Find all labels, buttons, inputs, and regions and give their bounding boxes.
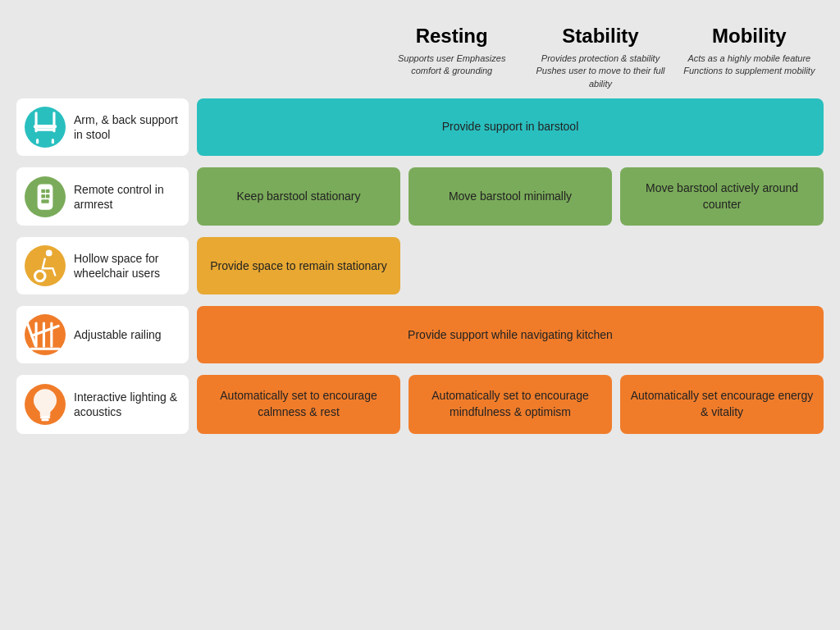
header-subtitle-1: Provides protection & stability Pushes u… [534, 52, 666, 90]
chair-icon [25, 107, 66, 148]
row-label-0: Arm, & back support in stool [16, 98, 189, 156]
data-row-1: Remote control in armrestKeep barstool s… [16, 167, 824, 226]
remote-icon [25, 176, 66, 217]
data-row-3: Adjustable railingProvide support while … [16, 306, 824, 363]
svg-rect-21 [41, 418, 48, 421]
row-label-4: Interactive lighting & acoustics [16, 375, 189, 433]
wheelchair-icon [25, 245, 66, 286]
row-label-text-2: Hollow space for wheelchair users [74, 251, 180, 281]
row-label-text-4: Interactive lighting & acoustics [74, 390, 180, 419]
svg-point-13 [35, 272, 46, 282]
cell-2-1 [409, 237, 612, 294]
row-label-2: Hollow space for wheelchair users [16, 237, 189, 294]
header-subtitle-2: Acts as a highly mobile feature Function… [683, 52, 815, 78]
svg-rect-7 [41, 189, 45, 193]
row-label-1: Remote control in armrest [16, 167, 189, 226]
svg-rect-19 [50, 322, 52, 348]
cell-1-1: Move barstool minimally [409, 167, 612, 226]
svg-rect-9 [41, 194, 45, 199]
header-row: RestingSupports user Emphasizes comfort … [16, 25, 824, 90]
cell-1-2: Move barstool actively around counter [620, 167, 824, 226]
svg-rect-20 [40, 416, 51, 418]
cell-1-0: Keep barstool stationary [197, 167, 400, 226]
row-label-text-0: Arm, & back support in stool [74, 112, 180, 142]
data-row-2: Hollow space for wheelchair usersProvide… [16, 237, 824, 294]
cells-2: Provide space to remain stationary [197, 237, 824, 294]
header-col-2: MobilityActs as a highly mobile feature … [675, 25, 824, 90]
svg-rect-17 [35, 322, 38, 348]
cells-1: Keep barstool stationaryMove barstool mi… [197, 167, 824, 226]
svg-rect-8 [46, 189, 50, 193]
cell-0-0: Provide support in barstool [197, 98, 824, 156]
svg-rect-11 [41, 199, 48, 203]
cell-4-0: Automatically set to encourage calmness … [197, 375, 400, 433]
svg-rect-3 [36, 129, 54, 131]
svg-rect-4 [36, 139, 39, 144]
data-row-0: Arm, & back support in stoolProvide supp… [16, 98, 824, 156]
header-col-0: RestingSupports user Emphasizes comfort … [377, 25, 526, 90]
header-title-2: Mobility [683, 25, 815, 48]
svg-rect-10 [46, 194, 50, 199]
svg-point-12 [46, 250, 52, 257]
lightbulb-icon [25, 384, 66, 425]
cell-4-2: Automatically set encourage energy & vit… [620, 375, 824, 433]
svg-rect-5 [52, 139, 54, 144]
main-container: RestingSupports user Emphasizes comfort … [16, 16, 824, 434]
railing-icon [25, 314, 66, 355]
svg-rect-18 [43, 322, 45, 348]
cells-4: Automatically set to encourage calmness … [197, 375, 824, 433]
row-label-text-3: Adjustable railing [74, 327, 162, 342]
cell-2-2 [620, 237, 824, 294]
data-row-4: Interactive lighting & acousticsAutomati… [16, 375, 824, 433]
svg-rect-14 [30, 348, 61, 350]
cell-2-0: Provide space to remain stationary [197, 237, 400, 294]
cells-0: Provide support in barstool [197, 98, 824, 156]
header-subtitle-0: Supports user Emphasizes comfort & groun… [386, 52, 518, 78]
row-label-3: Adjustable railing [16, 306, 189, 363]
cells-3: Provide support while navigating kitchen [197, 306, 824, 363]
cell-3-0: Provide support while navigating kitchen [197, 306, 824, 363]
header-title-0: Resting [386, 25, 518, 48]
cell-4-1: Automatically set to encourage mindfulne… [409, 375, 612, 433]
header-col-1: StabilityProvides protection & stability… [526, 25, 674, 90]
row-label-text-1: Remote control in armrest [74, 182, 180, 212]
header-title-1: Stability [534, 25, 666, 48]
svg-rect-2 [34, 125, 57, 129]
